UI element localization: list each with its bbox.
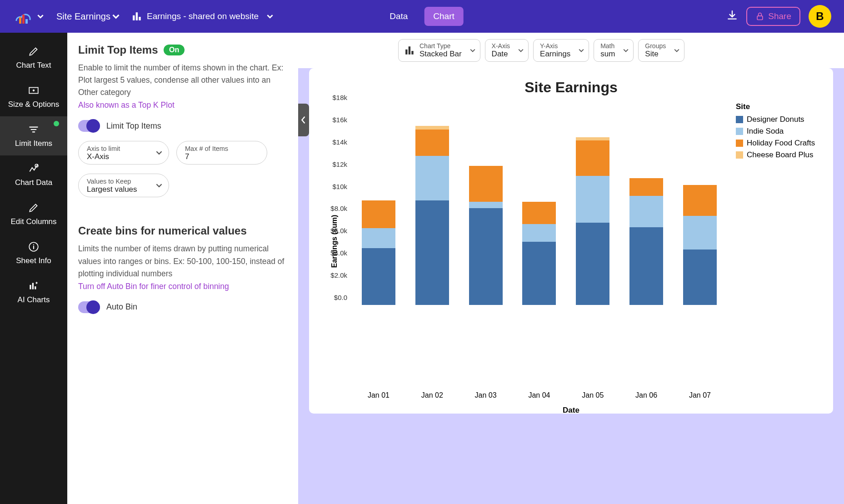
active-dot-icon (54, 121, 59, 126)
tab-chart[interactable]: Chart (424, 7, 463, 26)
svg-rect-15 (409, 46, 410, 55)
legend-swatch (736, 140, 743, 147)
bar-segment[interactable] (469, 208, 503, 305)
legend-label: Cheese Board Plus (747, 150, 813, 160)
max-items-input[interactable]: Max # of Items 7 (176, 141, 267, 165)
x-axis-select[interactable]: X-AxisDate (485, 39, 529, 62)
bar-segment[interactable] (415, 130, 449, 156)
aspect-icon (28, 85, 40, 96)
legend-swatch (736, 128, 743, 135)
nav-sheet-info[interactable]: Sheet Info (0, 234, 67, 273)
bar-segment[interactable] (362, 200, 395, 228)
bar-segment[interactable] (522, 242, 556, 305)
app-logo[interactable] (13, 7, 44, 25)
filter-lines-icon (28, 124, 40, 135)
chart-plot[interactable] (352, 105, 727, 305)
limit-top-toggle[interactable] (78, 120, 100, 132)
values-to-keep-select[interactable]: Values to Keep Largest values (78, 174, 169, 197)
project-name-dropdown[interactable]: Site Earnings (56, 11, 120, 22)
y-tick: $18k (332, 94, 347, 101)
bar-segment[interactable] (362, 228, 395, 248)
sheet-selector[interactable]: Earnings - shared on website (132, 11, 273, 21)
user-avatar[interactable]: B (809, 5, 831, 28)
x-tick: Jan 02 (421, 391, 443, 399)
tab-data[interactable]: Data (380, 7, 417, 26)
bar-stack[interactable] (576, 137, 609, 305)
bar-stack[interactable] (683, 185, 717, 305)
nav-edit-columns[interactable]: Edit Columns (0, 195, 67, 234)
bar-segment[interactable] (576, 223, 609, 305)
bar-segment[interactable] (522, 224, 556, 242)
bar-segment[interactable] (362, 248, 395, 305)
x-tick: Jan 06 (635, 391, 657, 399)
share-button[interactable]: Share (746, 7, 800, 26)
bar-segment[interactable] (469, 166, 503, 201)
svg-rect-1 (22, 15, 25, 24)
axis-to-limit-select[interactable]: Axis to limit X-Axis (78, 141, 169, 165)
download-button[interactable] (726, 10, 738, 23)
bar-segment[interactable] (522, 202, 556, 224)
x-axis-label: Date (320, 406, 822, 415)
bar-segment[interactable] (683, 250, 717, 305)
groups-select[interactable]: GroupsSite (638, 39, 684, 62)
chevron-down-icon (579, 48, 584, 53)
analytics-icon (28, 163, 40, 175)
y-tick: $0.0 (334, 294, 347, 301)
svg-rect-0 (19, 17, 21, 24)
chevron-down-icon (156, 182, 162, 189)
settings-panel: Limit Top Items On Enable to limit the n… (67, 33, 298, 504)
bar-segment[interactable] (415, 200, 449, 305)
svg-rect-5 (139, 17, 140, 20)
bar-segment[interactable] (415, 126, 449, 129)
nav-chart-data[interactable]: Chart Data (0, 155, 67, 195)
bar-segment[interactable] (576, 137, 609, 140)
svg-rect-11 (30, 285, 31, 289)
bar-segment[interactable] (683, 185, 717, 216)
nav-ai-charts[interactable]: AI Charts (0, 273, 67, 312)
bar-stack[interactable] (469, 166, 503, 305)
y-axis-select[interactable]: Y-AxisEarnings (533, 39, 589, 62)
chevron-left-icon (301, 116, 306, 124)
x-tick: Jan 01 (368, 391, 390, 399)
chevron-down-icon (470, 48, 475, 53)
limit-top-title: Limit Top Items (78, 44, 158, 56)
legend-item[interactable]: Designer Donuts (736, 115, 822, 124)
nav-limit-items[interactable]: Limit Items (0, 116, 67, 155)
svg-rect-13 (35, 286, 36, 289)
chevron-down-icon (156, 150, 162, 156)
chevron-down-icon (518, 48, 524, 53)
y-tick: $6.0k (330, 227, 347, 235)
bar-segment[interactable] (629, 227, 663, 305)
bar-chart-icon (132, 11, 142, 21)
svg-rect-14 (405, 50, 407, 55)
bar-segment[interactable] (683, 216, 717, 249)
bar-stack[interactable] (522, 202, 556, 305)
svg-rect-4 (136, 12, 138, 20)
chevron-down-icon (623, 48, 629, 53)
legend-item[interactable]: Indie Soda (736, 127, 822, 136)
y-tick: $10k (332, 182, 347, 190)
bar-stack[interactable] (362, 200, 395, 305)
bar-stack[interactable] (629, 178, 663, 305)
legend-item[interactable]: Holiday Food Crafts (736, 139, 822, 148)
x-tick: Jan 04 (528, 391, 550, 399)
chart-type-select[interactable]: Chart TypeStacked Bar (398, 39, 480, 62)
nav-size-options[interactable]: Size & Options (0, 77, 67, 116)
bar-segment[interactable] (469, 202, 503, 209)
bar-segment[interactable] (629, 196, 663, 227)
topk-link[interactable]: Also known as a Top K Plot (78, 100, 287, 110)
auto-bin-toggle[interactable] (78, 301, 100, 313)
legend-item[interactable]: Cheese Board Plus (736, 150, 822, 160)
math-select[interactable]: Mathsum (594, 39, 634, 62)
bar-segment[interactable] (629, 178, 663, 196)
chart-area: Chart TypeStacked Bar X-AxisDate Y-AxisE… (298, 33, 844, 504)
bar-segment[interactable] (415, 156, 449, 200)
pencil-icon (28, 45, 40, 57)
bar-stack[interactable] (415, 126, 449, 305)
bar-segment[interactable] (576, 140, 609, 176)
nav-chart-text[interactable]: Chart Text (0, 38, 67, 77)
bins-link[interactable]: Turn off Auto Bin for finer control of b… (78, 282, 287, 291)
auto-bin-toggle-label: Auto Bin (106, 302, 137, 312)
panel-collapse-button[interactable] (298, 104, 309, 136)
bar-segment[interactable] (576, 176, 609, 223)
